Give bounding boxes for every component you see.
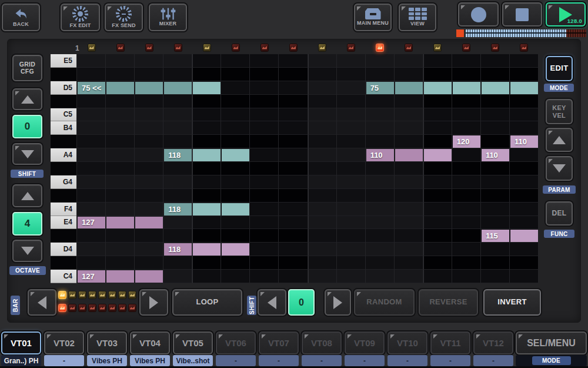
bar-b-icon-7[interactable] xyxy=(118,304,126,312)
grid-cell-D5-9[interactable] xyxy=(308,81,337,95)
grid-cell-G4-6[interactable] xyxy=(221,175,250,189)
grid-cell-A4-16[interactable] xyxy=(510,148,539,162)
note-E4-col1[interactable]: 127 xyxy=(78,217,105,229)
grid-cell-G4-7[interactable] xyxy=(250,175,279,189)
grid-cell-D4-3[interactable] xyxy=(135,243,163,256)
bar-a-icon-4[interactable] xyxy=(88,291,96,299)
grid-cell-G4-3[interactable] xyxy=(135,175,163,189)
grid-cell-C4-12[interactable] xyxy=(395,270,423,283)
grid-cell-F#4-14[interactable] xyxy=(452,189,481,203)
grid-cell-D#4-10[interactable] xyxy=(337,229,366,243)
sel-menu-button[interactable]: SEL/MENU xyxy=(516,331,587,354)
note-D4-col5[interactable] xyxy=(193,243,220,256)
grid-cell-F4-7[interactable] xyxy=(250,203,279,216)
grid-cell-G4-4[interactable] xyxy=(163,175,192,189)
grid-cell-B4-4[interactable] xyxy=(163,121,192,135)
grid-cell-C4-14[interactable] xyxy=(452,270,481,283)
grid-cell-C#5-16[interactable] xyxy=(510,95,539,108)
grid-cell-G#4-5[interactable] xyxy=(192,162,221,175)
grid-cell-C#4-16[interactable] xyxy=(510,256,539,270)
piano-key-G#4[interactable] xyxy=(51,162,76,175)
grid-cell-C#4-4[interactable] xyxy=(163,256,192,270)
grid-cell-C#4-7[interactable] xyxy=(250,256,279,270)
grid-cell-F#4-12[interactable] xyxy=(395,189,423,203)
track-tab-VT02[interactable]: VT02 xyxy=(44,331,84,354)
grid-cell-G#4-10[interactable] xyxy=(337,162,366,175)
grid-cell-G#4-6[interactable] xyxy=(221,162,250,175)
grid-cell-C5-8[interactable] xyxy=(279,108,308,122)
note-E4-col2[interactable] xyxy=(106,217,134,229)
grid-cell-E4-6[interactable] xyxy=(221,216,250,230)
bar-b-icon-8[interactable] xyxy=(128,304,136,312)
grid-cell-C#5-13[interactable] xyxy=(423,95,452,108)
grid-cell-C5-16[interactable] xyxy=(510,108,539,122)
shift-up-button[interactable] xyxy=(12,88,42,110)
grid-cell-A#4-13[interactable] xyxy=(423,135,452,148)
grid-cell-F4-3[interactable] xyxy=(135,203,163,216)
grid-cell-D#5-1[interactable] xyxy=(77,68,106,81)
grid-cell-G#4-3[interactable] xyxy=(135,162,163,175)
grid-cell-C#4-15[interactable] xyxy=(481,256,510,270)
shift-down-button[interactable] xyxy=(12,143,42,165)
note-F4-col4[interactable]: 118 xyxy=(164,203,192,216)
note-D5-col3[interactable] xyxy=(135,82,163,94)
random-button[interactable]: RANDOM xyxy=(354,289,415,316)
grid-cell-D4-13[interactable] xyxy=(423,243,452,256)
grid-cell-F#4-16[interactable] xyxy=(510,189,539,203)
grid-cell-G4-8[interactable] xyxy=(279,175,308,189)
piano-key-B4[interactable]: B4 xyxy=(51,121,76,135)
note-A4-col4[interactable]: 118 xyxy=(164,149,192,161)
bar-b-icon-5[interactable] xyxy=(98,304,106,312)
grid-cell-B4-12[interactable] xyxy=(395,121,423,135)
grid-cell-E5-6[interactable] xyxy=(221,54,250,68)
grid-cfg-button[interactable]: GRID CFG xyxy=(12,55,42,81)
piano-key-G4[interactable]: G4 xyxy=(51,175,76,189)
note-A4-col6[interactable] xyxy=(222,149,249,161)
grid-cell-D#5-9[interactable] xyxy=(308,68,337,81)
grid-cell-D#4-11[interactable] xyxy=(366,229,395,243)
bar-b-icon-4[interactable] xyxy=(88,304,96,312)
bar-prev-button[interactable] xyxy=(28,289,56,316)
grid-cell-G#4-1[interactable] xyxy=(77,162,106,175)
note-A4-col12[interactable] xyxy=(395,149,423,161)
grid-cell-F#4-13[interactable] xyxy=(423,189,452,203)
grid-cell-E5-14[interactable] xyxy=(452,54,481,68)
grid-cell-D#4-12[interactable] xyxy=(395,229,423,243)
grid-cell-G4-5[interactable] xyxy=(192,175,221,189)
piano-key-D#4[interactable] xyxy=(51,229,76,243)
track-tab-VT03[interactable]: VT03 xyxy=(87,331,127,354)
grid-cell-C5-5[interactable] xyxy=(192,108,221,122)
grid-cell-D4-14[interactable] xyxy=(452,243,481,256)
grid-cell-F#4-11[interactable] xyxy=(366,189,395,203)
piano-key-C#4[interactable] xyxy=(51,256,76,270)
note-D5-col15[interactable] xyxy=(482,82,509,94)
grid-cell-C#4-9[interactable] xyxy=(308,256,337,270)
grid-cell-A#4-15[interactable] xyxy=(481,135,510,148)
grid-cell-F4-13[interactable] xyxy=(423,203,452,216)
grid-cell-C5-15[interactable] xyxy=(481,108,510,122)
grid-cell-G4-14[interactable] xyxy=(452,175,481,189)
grid-cell-C#5-2[interactable] xyxy=(106,95,135,108)
grid-cell-F#4-3[interactable] xyxy=(135,189,163,203)
grid-cell-C5-2[interactable] xyxy=(106,108,135,122)
grid-cell-C4-7[interactable] xyxy=(250,270,279,283)
grid-cell-D#4-9[interactable] xyxy=(308,229,337,243)
note-D5-col2[interactable] xyxy=(106,82,134,94)
grid-cell-A#4-5[interactable] xyxy=(192,135,221,148)
grid-cell-A#4-8[interactable] xyxy=(279,135,308,148)
grid-cell-A#4-7[interactable] xyxy=(250,135,279,148)
grid-cell-D#4-8[interactable] xyxy=(279,229,308,243)
grid-cell-C#4-6[interactable] xyxy=(221,256,250,270)
bar-b-icon-1[interactable] xyxy=(58,304,66,312)
grid-cell-G#4-12[interactable] xyxy=(395,162,423,175)
grid-cell-E5-7[interactable] xyxy=(250,54,279,68)
grid-cell-E5-2[interactable] xyxy=(106,54,135,68)
grid-cell-D#5-6[interactable] xyxy=(221,68,250,81)
grid-cell-D5-7[interactable] xyxy=(250,81,279,95)
bar-a-icon-7[interactable] xyxy=(118,291,126,299)
grid-cell-E4-16[interactable] xyxy=(510,216,539,230)
grid-cell-E4-10[interactable] xyxy=(337,216,366,230)
grid-cell-D#4-6[interactable] xyxy=(221,229,250,243)
grid-cell-D4-7[interactable] xyxy=(250,243,279,256)
grid-cell-G4-15[interactable] xyxy=(481,175,510,189)
